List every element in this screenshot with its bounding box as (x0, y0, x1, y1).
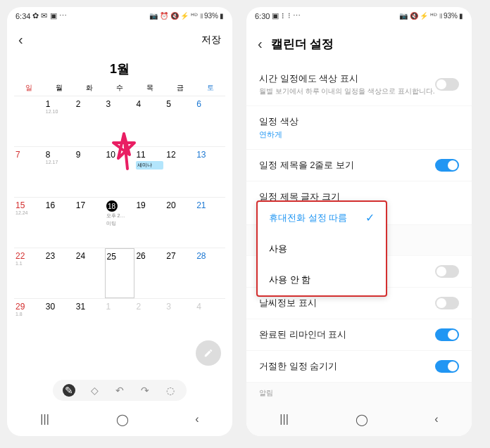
weekday-label: 수 (105, 83, 135, 93)
toggle-switch[interactable] (435, 360, 459, 373)
weekday-label: 금 (165, 83, 195, 93)
day-cell[interactable]: 23 (44, 248, 75, 298)
day-cell[interactable]: 2 (134, 299, 165, 349)
day-cell[interactable]: 26 (134, 248, 165, 298)
popup-option[interactable]: 사용 안 함 (258, 264, 386, 295)
setting-item[interactable]: 일정 색상연하게 (246, 106, 472, 150)
status-indicators: 📷 🔇 ⚡ ᴴᴰ ⫴ (399, 12, 442, 20)
setting-item[interactable]: 거절한 일정 숨기기 (246, 351, 472, 383)
weekday-label: 일 (14, 83, 44, 93)
weekday-label: 화 (75, 83, 105, 93)
lasso-icon[interactable]: ◌ (164, 384, 177, 397)
home-icon[interactable]: ◯ (116, 413, 129, 426)
day-cell[interactable]: 6 (195, 96, 225, 146)
status-time: 6:30 (255, 12, 270, 20)
back-button[interactable]: ‹ (258, 36, 263, 52)
day-cell[interactable]: 19 (134, 198, 165, 248)
android-nav-bar: ||| ◯ ‹ (7, 403, 232, 436)
undo-icon[interactable]: ↶ (113, 384, 126, 397)
nav-back-icon[interactable]: ‹ (434, 413, 438, 426)
edit-fab[interactable] (196, 340, 221, 366)
weekday-label: 목 (134, 83, 165, 93)
home-icon[interactable]: ◯ (356, 413, 368, 426)
month-title: 1월 (7, 55, 232, 80)
day-cell[interactable]: 221.1 (14, 248, 44, 298)
day-cell[interactable]: 30 (44, 299, 75, 349)
day-cell[interactable]: 12 (165, 147, 195, 197)
status-bar: 6:30 ▣ ⫶ ⁝ ⋯ 📷 🔇 ⚡ ᴴᴰ ⫴ 93% ▮ (246, 7, 472, 25)
day-cell[interactable]: 3 (105, 96, 135, 146)
toggle-switch[interactable] (435, 159, 459, 172)
status-bar: 6:34 ✿ ✉ ▣ ⋯ 📷 ⏰ 🔇 ⚡ ᴴᴰ ⫴ 93% ▮ (7, 7, 232, 25)
day-cell[interactable]: 812.17 (44, 147, 75, 197)
toggle-switch[interactable] (435, 297, 459, 309)
android-nav-bar: ||| ◯ ‹ (246, 403, 472, 436)
pen-tool-icon[interactable]: ✎ (63, 384, 75, 397)
day-cell[interactable]: 20 (165, 198, 195, 248)
section-label: 알림 (246, 383, 472, 404)
recent-apps-icon[interactable]: ||| (40, 413, 49, 426)
day-cell[interactable]: 1512.24 (14, 198, 44, 248)
redo-icon[interactable]: ↷ (139, 384, 151, 397)
calendar-header: ‹ 저장 (7, 25, 232, 55)
day-cell[interactable]: 9 (75, 147, 105, 197)
weekday-row: 일월화수목금토 (14, 80, 225, 96)
day-cell[interactable]: 7 (14, 147, 44, 197)
day-cell[interactable]: 1 (105, 299, 135, 349)
popup-menu: 휴대전화 설정 따름✓사용사용 안 함 (256, 200, 387, 297)
weekday-label: 토 (195, 83, 225, 93)
drawing-toolbar: ✎ ◇ ↶ ↷ ◌ (53, 380, 187, 401)
day-cell[interactable]: 28 (195, 248, 225, 298)
day-cell[interactable]: 11세미나 (134, 147, 165, 197)
popup-option[interactable]: 사용 (258, 233, 386, 264)
status-icons: ▣ ⫶ ⁝ ⋯ (272, 11, 300, 20)
setting-item[interactable]: 완료된 리마인더 표시 (246, 319, 472, 351)
day-cell[interactable]: 17 (75, 198, 105, 248)
back-button[interactable]: ‹ (18, 32, 23, 48)
day-cell[interactable]: 27 (165, 248, 195, 298)
settings-screen: 6:30 ▣ ⫶ ⁝ ⋯ 📷 🔇 ⚡ ᴴᴰ ⫴ 93% ▮ ‹ 캘린더 설정 시… (246, 7, 472, 436)
toggle-switch[interactable] (435, 265, 459, 278)
day-cell[interactable]: 25 (105, 248, 135, 298)
day-cell[interactable]: 2 (75, 96, 105, 146)
status-indicators: 📷 ⏰ 🔇 ⚡ ᴴᴰ ⫴ (149, 12, 203, 20)
day-cell[interactable]: 112.10 (44, 96, 75, 146)
status-icons: ✿ ✉ ▣ ⋯ (32, 11, 66, 20)
day-cell[interactable]: 3 (165, 299, 195, 349)
calendar-grid: 일월화수목금토 112.10234567812.1791011세미나121315… (7, 80, 232, 349)
day-cell[interactable]: 31 (75, 299, 105, 349)
settings-title: 캘린더 설정 (271, 36, 334, 52)
status-battery: 93% (204, 12, 218, 20)
day-cell[interactable]: 21 (195, 198, 225, 248)
toggle-switch[interactable] (435, 78, 459, 91)
toggle-switch[interactable] (435, 328, 459, 341)
day-cell[interactable]: 5 (165, 96, 195, 146)
recent-apps-icon[interactable]: ||| (279, 413, 288, 426)
save-button[interactable]: 저장 (201, 34, 221, 46)
eraser-tool-icon[interactable]: ◇ (88, 384, 101, 397)
day-cell[interactable]: 16 (44, 198, 75, 248)
settings-header: ‹ 캘린더 설정 (246, 25, 472, 63)
day-cell[interactable]: 291.8 (14, 299, 44, 349)
day-cell[interactable]: 24 (75, 248, 105, 298)
popup-option[interactable]: 휴대전화 설정 따름✓ (258, 202, 386, 233)
check-icon: ✓ (365, 211, 375, 224)
day-cell[interactable]: 13 (195, 147, 225, 197)
calendar-screen: 6:34 ✿ ✉ ▣ ⋯ 📷 ⏰ 🔇 ⚡ ᴴᴰ ⫴ 93% ▮ ‹ 저장 1월 … (7, 7, 232, 436)
status-time: 6:34 (15, 12, 30, 20)
day-cell[interactable] (14, 96, 44, 146)
day-cell[interactable]: 10 (105, 147, 135, 197)
day-cell[interactable]: 18오후 2…미팅 (105, 198, 135, 248)
weekday-label: 월 (44, 83, 75, 93)
setting-item[interactable]: 시간 일정에도 색상 표시월별 보기에서 하루 이내의 일정을 색상으로 표시합… (246, 63, 472, 106)
status-battery: 93% (444, 12, 458, 20)
nav-back-icon[interactable]: ‹ (195, 413, 199, 426)
setting-item[interactable]: 일정 제목을 2줄로 보기 (246, 150, 472, 181)
day-cell[interactable]: 4 (134, 96, 165, 146)
